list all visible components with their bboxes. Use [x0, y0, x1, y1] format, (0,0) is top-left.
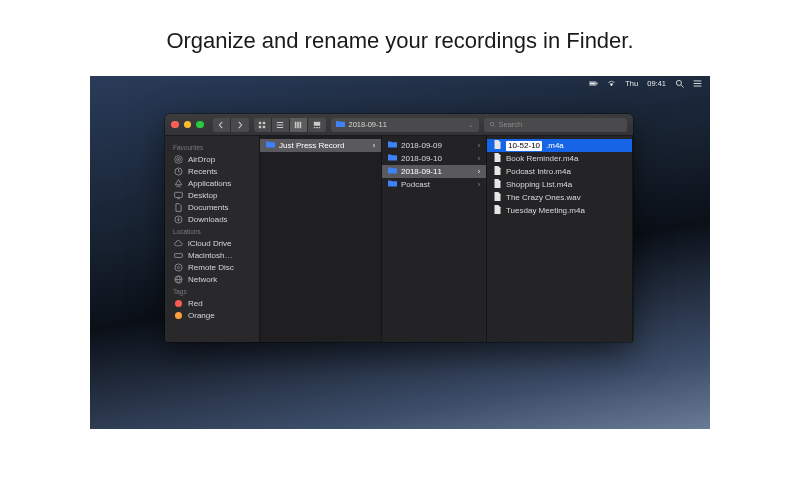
file-extension: .m4a [546, 141, 564, 150]
disc-icon [173, 263, 183, 272]
doc-icon [173, 203, 183, 212]
folder-icon [388, 166, 397, 177]
desktop-screenshot: Thu 09:41 2018-09-11 [90, 76, 710, 429]
sidebar-label: Network [188, 275, 217, 284]
folder-name: Just Press Record [279, 141, 344, 150]
window-controls [171, 121, 204, 129]
svg-rect-20 [316, 127, 318, 128]
folder-row[interactable]: 2018-09-10› [382, 152, 486, 165]
sidebar-label: Orange [188, 311, 215, 320]
svg-point-22 [490, 122, 494, 126]
folder-icon [388, 179, 397, 190]
folder-row[interactable]: Just Press Record › [260, 139, 381, 152]
forward-button[interactable] [231, 118, 249, 132]
sidebar-section-header: Tags [165, 285, 259, 297]
chevron-right-icon: › [478, 168, 480, 175]
download-icon [173, 215, 183, 224]
column-2: 2018-09-09› 2018-09-10› 2018-09-11› Podc… [382, 136, 487, 342]
sidebar-remote-disc[interactable]: Remote Disc [165, 261, 259, 273]
page-caption: Organize and rename your recordings in F… [0, 0, 800, 76]
svg-rect-19 [313, 127, 315, 128]
file-icon [493, 179, 502, 190]
path-bar[interactable]: 2018-09-11 ⌄ [331, 118, 479, 132]
finder-sidebar: Favourites AirDrop Recents Applications … [165, 136, 260, 342]
sidebar-tag-orange[interactable]: Orange [165, 309, 259, 321]
file-icon [493, 192, 502, 203]
folder-name: 2018-09-10 [401, 154, 442, 163]
file-row[interactable]: 10-52-10.m4a [487, 139, 632, 152]
sidebar-label: Applications [188, 179, 231, 188]
airdrop-icon [173, 155, 183, 164]
chevron-right-icon: › [478, 142, 480, 149]
sidebar-desktop[interactable]: Desktop [165, 189, 259, 201]
sidebar-network[interactable]: Network [165, 273, 259, 285]
svg-rect-18 [313, 121, 319, 125]
search-icon [489, 121, 496, 128]
close-button[interactable] [171, 121, 179, 129]
sidebar-tag-red[interactable]: Red [165, 297, 259, 309]
apps-icon [173, 179, 183, 188]
file-row[interactable]: Podcast Intro.m4a [487, 165, 632, 178]
spotlight-icon[interactable] [675, 79, 684, 88]
svg-point-33 [177, 266, 179, 268]
folder-row[interactable]: 2018-09-09› [382, 139, 486, 152]
maximize-button[interactable] [196, 121, 204, 129]
sidebar-icloud[interactable]: iCloud Drive [165, 237, 259, 249]
sidebar-recents[interactable]: Recents [165, 165, 259, 177]
file-row[interactable]: The Crazy Ones.wav [487, 191, 632, 204]
folder-row[interactable]: Podcast› [382, 178, 486, 191]
tag-icon [173, 300, 183, 307]
svg-rect-21 [318, 127, 320, 128]
folder-name: Podcast [401, 180, 430, 189]
svg-rect-17 [300, 121, 302, 127]
gallery-view-button[interactable] [308, 118, 326, 132]
file-row[interactable]: Tuesday Meeting.m4a [487, 204, 632, 217]
sidebar-label: Recents [188, 167, 217, 176]
view-switcher [254, 118, 326, 132]
icon-view-button[interactable] [254, 118, 272, 132]
file-icon [493, 140, 502, 151]
menubar-day: Thu [625, 79, 638, 88]
sidebar-section-header: Favourites [165, 141, 259, 153]
macos-menubar: Thu 09:41 [581, 76, 710, 90]
list-view-button[interactable] [272, 118, 290, 132]
sidebar-airdrop[interactable]: AirDrop [165, 153, 259, 165]
search-placeholder: Search [499, 120, 523, 129]
chevron-right-icon: › [478, 181, 480, 188]
sidebar-macintosh-hd[interactable]: Macintosh… [165, 249, 259, 261]
svg-rect-8 [259, 121, 261, 123]
column-1: Just Press Record › [260, 136, 382, 342]
nav-buttons [213, 118, 249, 132]
notification-center-icon[interactable] [693, 79, 702, 88]
finder-window: 2018-09-11 ⌄ Search Favourites AirDrop R… [165, 114, 633, 342]
svg-rect-28 [174, 192, 182, 197]
svg-rect-11 [263, 125, 265, 127]
sidebar-applications[interactable]: Applications [165, 177, 259, 189]
sidebar-label: Desktop [188, 191, 217, 200]
file-icon [493, 205, 502, 216]
clock-icon [173, 167, 183, 176]
folder-icon [388, 140, 397, 151]
sidebar-label: iCloud Drive [188, 239, 232, 248]
minimize-button[interactable] [184, 121, 192, 129]
search-field[interactable]: Search [484, 118, 628, 132]
menubar-time: 09:41 [647, 79, 666, 88]
sidebar-downloads[interactable]: Downloads [165, 213, 259, 225]
file-name: The Crazy Ones.wav [506, 193, 581, 202]
file-name: Podcast Intro.m4a [506, 167, 571, 176]
sidebar-label: Red [188, 299, 203, 308]
file-icon [493, 153, 502, 164]
svg-rect-9 [263, 121, 265, 123]
sidebar-documents[interactable]: Documents [165, 201, 259, 213]
folder-icon [266, 140, 275, 151]
folder-icon [388, 153, 397, 164]
folder-row[interactable]: 2018-09-11› [382, 165, 486, 178]
chevron-down-icon: ⌄ [468, 121, 474, 129]
column-view-button[interactable] [290, 118, 308, 132]
sidebar-label: Macintosh… [188, 251, 232, 260]
network-icon [173, 275, 183, 284]
back-button[interactable] [213, 118, 231, 132]
filename-edit-input[interactable]: 10-52-10 [506, 141, 542, 151]
file-row[interactable]: Book Reminder.m4a [487, 152, 632, 165]
file-row[interactable]: Shopping List.m4a [487, 178, 632, 191]
